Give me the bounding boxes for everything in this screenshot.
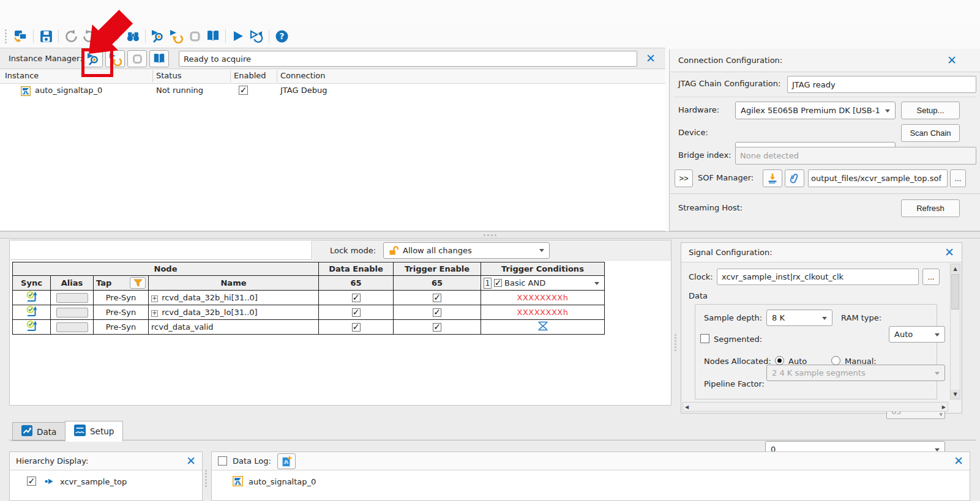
data-enable-cell[interactable] <box>319 305 394 320</box>
horizontal-scrollbar[interactable]: ◀ ▶ <box>683 402 948 412</box>
sync-icon[interactable] <box>13 305 51 320</box>
filter-icon[interactable] <box>130 277 146 289</box>
run-icon[interactable] <box>229 28 247 45</box>
data-enable-cell[interactable] <box>319 291 394 305</box>
signal-row[interactable]: Pre-Syn + rcvd_data_32b_lo[31..0] XXXXXX… <box>13 305 605 320</box>
sync-col-header: Sync <box>13 276 51 291</box>
alias-cell[interactable] <box>51 305 94 320</box>
data-enable-cell[interactable] <box>319 320 394 335</box>
program-device-button[interactable] <box>763 169 782 187</box>
trigger-enable-cell[interactable] <box>394 320 481 335</box>
instance-row[interactable]: auto_signaltap_0 Not running JTAG Debug <box>0 84 665 98</box>
name-cell[interactable]: + rcvd_data_32b_hi[31..0] <box>149 291 319 305</box>
unlock-icon <box>389 245 399 256</box>
expand-icon[interactable]: + <box>151 310 158 317</box>
segmented-dropdown: 2 4 K sample segments <box>766 365 945 381</box>
jtag-chain-label: JTAG Chain Configuration: <box>678 79 780 88</box>
refresh-button[interactable]: Refresh <box>901 199 960 217</box>
signal-configuration-panel: Signal Configuration: ✕ Clock: xcvr_samp… <box>681 242 962 414</box>
bridge-index-label: Bridge index: <box>678 150 731 160</box>
signaltap-window: ? Instance Manager: Ready to acquire ✕ I… <box>0 0 980 501</box>
data-log-close-icon[interactable]: ✕ <box>954 455 963 467</box>
nodes-auto-radio[interactable] <box>775 356 784 365</box>
sof-browse-button[interactable]: ... <box>950 169 966 187</box>
condition-enabled-checkbox[interactable] <box>494 279 502 287</box>
connection-config-close-icon[interactable]: ✕ <box>947 54 957 66</box>
clock-field[interactable]: xcvr_sample_inst|rx_clkout_clk <box>717 269 919 285</box>
alias-cell[interactable] <box>51 291 94 305</box>
hardware-label: Hardware: <box>678 105 719 114</box>
trigger-condition-selector[interactable]: 1 Basic AND <box>481 276 605 291</box>
new-data-log-button[interactable] <box>277 453 296 469</box>
expand-icon[interactable]: + <box>151 295 158 302</box>
trigger-value-cell[interactable]: XXXXXXXXh <box>481 291 605 305</box>
nodes-manual-radio[interactable] <box>831 356 840 365</box>
sof-file-field[interactable]: output_files/xcvr_sample_top.sof <box>808 169 948 187</box>
hardware-dropdown[interactable]: Agilex 5E065B Premium DK [USB-1 <box>735 102 896 119</box>
connection-config-title: Connection Configuration: <box>678 56 782 65</box>
sync-icon[interactable] <box>13 320 51 335</box>
condition-mode: Basic AND <box>504 278 545 288</box>
data-tab-icon <box>21 425 32 438</box>
data-log-checkbox[interactable] <box>218 456 227 466</box>
help-icon[interactable]: ? <box>272 28 291 45</box>
rerun-compile-icon[interactable] <box>247 28 266 45</box>
scroll-right-icon[interactable]: ▶ <box>942 404 946 410</box>
attach-sof-button[interactable] <box>785 169 804 187</box>
sync-icon[interactable] <box>13 291 51 305</box>
clock-browse-button[interactable]: ... <box>922 269 940 285</box>
device-label: Device: <box>678 128 708 137</box>
signaltap-log-icon <box>233 476 243 488</box>
name-cell[interactable]: rcvd_data_valid <box>149 320 319 335</box>
name-cell[interactable]: + rcvd_data_32b_lo[31..0] <box>149 305 319 320</box>
scrollbar-thumb[interactable] <box>951 274 959 310</box>
scroll-up-icon[interactable]: ▲ <box>951 264 960 273</box>
sof-expand-button[interactable]: >> <box>675 169 693 187</box>
hierarchy-item-label[interactable]: xcvr_sample_top <box>60 477 127 486</box>
lock-mode-dropdown[interactable]: Allow all changes <box>383 242 550 259</box>
scroll-down-icon[interactable]: ▼ <box>951 390 960 399</box>
data-section-label: Data <box>689 291 708 300</box>
signal-row[interactable]: Pre-Syn + rcvd_data_32b_hi[31..0] XXXXXX… <box>13 291 605 305</box>
sample-depth-dropdown[interactable]: 8 K <box>766 310 832 326</box>
segmented-checkbox[interactable] <box>700 334 709 343</box>
scroll-left-icon[interactable]: ◀ <box>685 404 689 410</box>
trigger-enable-cell[interactable] <box>394 291 481 305</box>
col-status: Status <box>156 71 181 80</box>
ram-type-dropdown[interactable]: Auto <box>889 326 945 343</box>
signal-config-close-icon[interactable]: ✕ <box>944 247 954 258</box>
save-icon[interactable] <box>37 28 55 45</box>
trigger-enable-cell[interactable] <box>394 305 481 320</box>
nodes-allocated-label: Nodes Allocated: <box>704 357 771 366</box>
dont-care-icon[interactable] <box>481 320 605 335</box>
data-log-item-label[interactable]: auto_signaltap_0 <box>249 477 316 486</box>
hierarchy-item-checkbox[interactable] <box>27 477 36 486</box>
toolbar-grip[interactable] <box>5 29 7 43</box>
alias-cell[interactable] <box>51 320 94 335</box>
hardware-setup-button[interactable]: Setup... <box>901 102 960 119</box>
sample-depth-label: Sample depth: <box>704 313 762 322</box>
instance-manager-close-icon[interactable]: ✕ <box>646 53 656 64</box>
trigger-conditions-header: Trigger Conditions <box>481 262 605 276</box>
pane-splitter-grip[interactable] <box>675 334 676 351</box>
node-group-header: Node <box>13 262 319 276</box>
segmented-label: Segmented: <box>714 335 762 344</box>
autorun-analysis-icon[interactable] <box>167 28 185 45</box>
instance-enabled-checkbox[interactable] <box>239 86 248 95</box>
panel-splitter-grip[interactable] <box>205 470 207 487</box>
vertical-scrollbar[interactable]: ▲ ▼ <box>950 264 960 399</box>
tap-cell: Pre-Syn <box>94 305 149 320</box>
trigger-value-cell[interactable]: XXXXXXXXh <box>481 305 605 320</box>
tab-data[interactable]: Data <box>12 422 65 441</box>
hierarchy-close-icon[interactable]: ✕ <box>186 455 196 467</box>
nodes-manual-label: Manual: <box>845 357 877 366</box>
scan-chain-button[interactable]: Scan Chain <box>901 124 960 142</box>
tab-setup[interactable]: Setup <box>65 421 123 442</box>
connection-configuration-panel: Connection Configuration: ✕ JTAG Chain C… <box>669 49 980 231</box>
hierarchy-display-panel: Hierarchy Display: ✕ xcvr_sample_top <box>9 451 203 501</box>
horizontal-splitter[interactable] <box>0 231 980 239</box>
lock-mode-row: Lock mode: Allow all changes <box>313 240 671 261</box>
signal-row[interactable]: Pre-Syn rcvd_data_valid <box>13 320 605 335</box>
read-data-icon[interactable] <box>204 28 222 45</box>
new-tap-file-icon[interactable] <box>12 28 30 45</box>
